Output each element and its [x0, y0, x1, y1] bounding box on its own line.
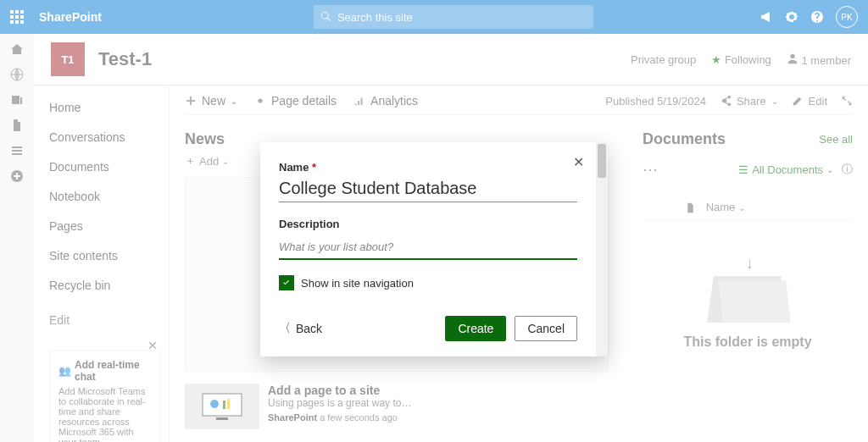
cancel-button[interactable]: Cancel: [515, 316, 577, 341]
create-list-dialog: ✕ Name * Description Show in site naviga…: [260, 142, 608, 356]
checkbox-checked-icon: [279, 275, 294, 290]
description-field-label: Description: [279, 218, 577, 230]
description-input[interactable]: [279, 235, 577, 260]
chevron-left-icon: 〈: [279, 321, 291, 336]
name-input[interactable]: [279, 175, 577, 202]
show-in-nav-label: Show in site navigation: [301, 277, 414, 290]
modal-scrollbar[interactable]: [596, 142, 608, 356]
show-in-nav-checkbox[interactable]: Show in site navigation: [279, 275, 577, 290]
back-button[interactable]: 〈 Back: [279, 321, 322, 336]
name-field-label: Name: [279, 161, 309, 174]
close-icon[interactable]: ✕: [573, 154, 584, 170]
create-button[interactable]: Create: [445, 316, 506, 341]
